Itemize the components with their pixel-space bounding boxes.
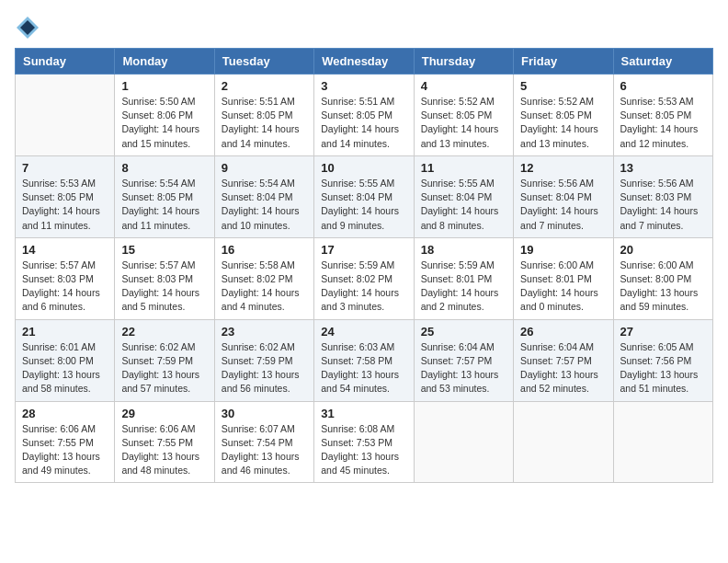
day-number: 6 <box>620 79 706 93</box>
calendar-day-cell: 24Sunrise: 6:03 AMSunset: 7:58 PMDayligh… <box>314 319 414 401</box>
calendar-day-cell: 20Sunrise: 6:00 AMSunset: 8:00 PMDayligh… <box>613 237 712 319</box>
calendar-day-cell: 15Sunrise: 5:57 AMSunset: 8:03 PMDayligh… <box>115 237 214 319</box>
day-number: 13 <box>620 161 706 175</box>
day-number: 3 <box>321 79 406 93</box>
day-number: 2 <box>222 79 307 93</box>
calendar-day-cell: 25Sunrise: 6:04 AMSunset: 7:57 PMDayligh… <box>414 319 513 401</box>
day-info: Sunrise: 5:54 AMSunset: 8:05 PMDaylight:… <box>121 177 207 233</box>
day-info: Sunrise: 5:57 AMSunset: 8:03 PMDaylight:… <box>121 259 207 315</box>
day-number: 11 <box>421 161 506 175</box>
calendar-day-cell: 5Sunrise: 5:52 AMSunset: 8:05 PMDaylight… <box>514 75 613 156</box>
calendar-day-cell: 10Sunrise: 5:55 AMSunset: 8:04 PMDayligh… <box>314 155 414 237</box>
day-number: 15 <box>121 243 207 257</box>
day-info: Sunrise: 6:04 AMSunset: 7:57 PMDaylight:… <box>421 340 506 396</box>
day-info: Sunrise: 6:05 AMSunset: 7:56 PMDaylight:… <box>620 340 706 396</box>
calendar-week-row: 1Sunrise: 5:50 AMSunset: 8:06 PMDaylight… <box>16 75 713 156</box>
day-number: 18 <box>421 243 506 257</box>
weekday-header-friday: Friday <box>514 49 613 75</box>
day-info: Sunrise: 6:00 AMSunset: 8:01 PMDaylight:… <box>520 259 606 315</box>
calendar-day-cell: 22Sunrise: 6:02 AMSunset: 7:59 PMDayligh… <box>115 319 214 401</box>
day-number: 10 <box>321 161 406 175</box>
calendar-day-cell: 31Sunrise: 6:08 AMSunset: 7:53 PMDayligh… <box>314 401 414 483</box>
day-info: Sunrise: 6:02 AMSunset: 7:59 PMDaylight:… <box>121 340 207 396</box>
day-info: Sunrise: 5:54 AMSunset: 8:04 PMDaylight:… <box>222 177 307 233</box>
day-number: 23 <box>222 325 307 339</box>
day-info: Sunrise: 6:07 AMSunset: 7:54 PMDaylight:… <box>222 422 307 478</box>
calendar-day-cell: 3Sunrise: 5:51 AMSunset: 8:05 PMDaylight… <box>314 75 414 156</box>
day-info: Sunrise: 6:06 AMSunset: 7:55 PMDaylight:… <box>121 422 207 478</box>
day-number: 24 <box>321 325 406 339</box>
day-info: Sunrise: 6:01 AMSunset: 8:00 PMDaylight:… <box>22 340 108 396</box>
day-info: Sunrise: 6:04 AMSunset: 7:57 PMDaylight:… <box>520 340 606 396</box>
day-info: Sunrise: 5:53 AMSunset: 8:05 PMDaylight:… <box>22 177 108 233</box>
calendar-table: SundayMondayTuesdayWednesdayThursdayFrid… <box>15 48 713 483</box>
calendar-day-cell <box>16 75 115 156</box>
day-info: Sunrise: 6:06 AMSunset: 7:55 PMDaylight:… <box>22 422 108 478</box>
day-number: 22 <box>121 325 207 339</box>
calendar-day-cell: 4Sunrise: 5:52 AMSunset: 8:05 PMDaylight… <box>414 75 513 156</box>
calendar-day-cell: 27Sunrise: 6:05 AMSunset: 7:56 PMDayligh… <box>613 319 712 401</box>
calendar-day-cell: 2Sunrise: 5:51 AMSunset: 8:05 PMDaylight… <box>214 75 313 156</box>
calendar-day-cell: 6Sunrise: 5:53 AMSunset: 8:05 PMDaylight… <box>613 75 712 156</box>
day-info: Sunrise: 5:59 AMSunset: 8:01 PMDaylight:… <box>421 259 506 315</box>
calendar-day-cell: 11Sunrise: 5:55 AMSunset: 8:04 PMDayligh… <box>414 155 513 237</box>
day-number: 26 <box>520 325 606 339</box>
weekday-header-saturday: Saturday <box>613 49 712 75</box>
day-number: 1 <box>121 79 207 93</box>
calendar-week-row: 28Sunrise: 6:06 AMSunset: 7:55 PMDayligh… <box>16 401 713 483</box>
day-info: Sunrise: 6:08 AMSunset: 7:53 PMDaylight:… <box>321 422 406 478</box>
day-info: Sunrise: 5:56 AMSunset: 8:03 PMDaylight:… <box>620 177 706 233</box>
day-number: 12 <box>520 161 606 175</box>
calendar-week-row: 21Sunrise: 6:01 AMSunset: 8:00 PMDayligh… <box>16 319 713 401</box>
calendar-day-cell: 23Sunrise: 6:02 AMSunset: 7:59 PMDayligh… <box>214 319 313 401</box>
day-number: 19 <box>520 243 606 257</box>
calendar-day-cell <box>514 401 613 483</box>
day-info: Sunrise: 5:56 AMSunset: 8:04 PMDaylight:… <box>520 177 606 233</box>
day-number: 4 <box>421 79 506 93</box>
calendar-day-cell: 12Sunrise: 5:56 AMSunset: 8:04 PMDayligh… <box>514 155 613 237</box>
calendar-day-cell <box>613 401 712 483</box>
day-info: Sunrise: 5:55 AMSunset: 8:04 PMDaylight:… <box>321 177 406 233</box>
day-info: Sunrise: 5:55 AMSunset: 8:04 PMDaylight:… <box>421 177 506 233</box>
day-info: Sunrise: 6:00 AMSunset: 8:00 PMDaylight:… <box>620 259 706 315</box>
day-info: Sunrise: 5:58 AMSunset: 8:02 PMDaylight:… <box>222 259 307 315</box>
day-number: 17 <box>321 243 406 257</box>
calendar-day-cell: 28Sunrise: 6:06 AMSunset: 7:55 PMDayligh… <box>16 401 115 483</box>
weekday-header-monday: Monday <box>115 49 214 75</box>
logo <box>15 15 44 40</box>
day-info: Sunrise: 5:50 AMSunset: 8:06 PMDaylight:… <box>121 95 207 151</box>
calendar-day-cell: 26Sunrise: 6:04 AMSunset: 7:57 PMDayligh… <box>514 319 613 401</box>
calendar-day-cell: 8Sunrise: 5:54 AMSunset: 8:05 PMDaylight… <box>115 155 214 237</box>
day-info: Sunrise: 6:03 AMSunset: 7:58 PMDaylight:… <box>321 340 406 396</box>
day-number: 16 <box>222 243 307 257</box>
day-info: Sunrise: 5:52 AMSunset: 8:05 PMDaylight:… <box>421 95 506 151</box>
weekday-header-tuesday: Tuesday <box>214 49 313 75</box>
day-number: 30 <box>222 407 307 420</box>
weekday-header-wednesday: Wednesday <box>314 49 414 75</box>
day-number: 28 <box>22 407 108 420</box>
day-info: Sunrise: 5:52 AMSunset: 8:05 PMDaylight:… <box>520 95 606 151</box>
day-number: 20 <box>620 243 706 257</box>
page-header <box>15 15 713 40</box>
day-number: 14 <box>22 243 108 257</box>
day-number: 25 <box>421 325 506 339</box>
day-info: Sunrise: 6:02 AMSunset: 7:59 PMDaylight:… <box>222 340 307 396</box>
calendar-day-cell: 17Sunrise: 5:59 AMSunset: 8:02 PMDayligh… <box>314 237 414 319</box>
calendar-day-cell: 16Sunrise: 5:58 AMSunset: 8:02 PMDayligh… <box>214 237 313 319</box>
day-number: 29 <box>121 407 207 420</box>
weekday-header-thursday: Thursday <box>414 49 513 75</box>
calendar-day-cell: 18Sunrise: 5:59 AMSunset: 8:01 PMDayligh… <box>414 237 513 319</box>
calendar-day-cell: 7Sunrise: 5:53 AMSunset: 8:05 PMDaylight… <box>16 155 115 237</box>
day-info: Sunrise: 5:51 AMSunset: 8:05 PMDaylight:… <box>321 95 406 151</box>
day-number: 5 <box>520 79 606 93</box>
calendar-day-cell: 14Sunrise: 5:57 AMSunset: 8:03 PMDayligh… <box>16 237 115 319</box>
day-number: 21 <box>22 325 108 339</box>
day-number: 31 <box>321 407 406 420</box>
day-number: 9 <box>222 161 307 175</box>
day-number: 8 <box>121 161 207 175</box>
day-info: Sunrise: 5:57 AMSunset: 8:03 PMDaylight:… <box>22 259 108 315</box>
calendar-day-cell: 19Sunrise: 6:00 AMSunset: 8:01 PMDayligh… <box>514 237 613 319</box>
calendar-day-cell <box>414 401 513 483</box>
day-info: Sunrise: 5:51 AMSunset: 8:05 PMDaylight:… <box>222 95 307 151</box>
calendar-day-cell: 9Sunrise: 5:54 AMSunset: 8:04 PMDaylight… <box>214 155 313 237</box>
